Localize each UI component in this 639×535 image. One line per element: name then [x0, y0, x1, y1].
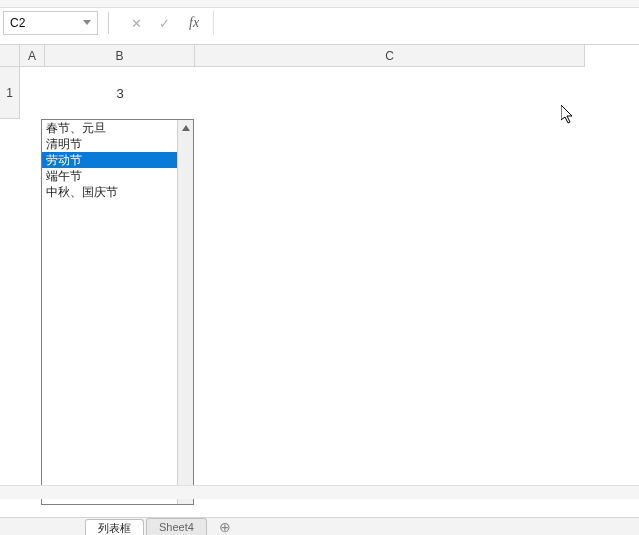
grid-area: ABC 1 3 春节、元旦清明节劳动节端午节中秋、国庆节 [0, 45, 639, 517]
row-header[interactable]: 1 [0, 67, 20, 119]
cancel-icon[interactable]: ✕ [127, 14, 145, 32]
sheet-tab[interactable]: 列表框 [85, 519, 144, 535]
formula-bar-buttons: ✕ ✓ fx [119, 14, 213, 32]
name-box[interactable]: C2 [3, 11, 98, 35]
sheet-tab[interactable]: Sheet4 [146, 518, 207, 535]
formula-input[interactable] [213, 11, 639, 35]
fx-icon[interactable]: fx [183, 15, 205, 31]
row-headers: 1 [0, 67, 20, 119]
formula-bar: C2 ✕ ✓ fx [0, 8, 639, 38]
column-header[interactable]: A [20, 45, 45, 67]
name-box-value: C2 [10, 16, 25, 30]
listbox-items[interactable]: 春节、元旦清明节劳动节端午节中秋、国庆节 [42, 120, 177, 504]
select-all-corner[interactable] [0, 45, 20, 67]
ribbon-stub [0, 0, 639, 8]
column-header[interactable]: B [45, 45, 195, 67]
divider [108, 12, 109, 34]
formula-bar-area: C2 ✕ ✓ fx [0, 0, 639, 45]
list-item[interactable]: 中秋、国庆节 [42, 184, 177, 200]
list-item[interactable]: 春节、元旦 [42, 120, 177, 136]
scroll-up-icon[interactable] [178, 120, 194, 136]
list-item[interactable]: 清明节 [42, 136, 177, 152]
cell-b1[interactable]: 3 [45, 67, 195, 119]
new-sheet-button[interactable]: ⊕ [215, 518, 235, 535]
cell-canvas[interactable]: 3 春节、元旦清明节劳动节端午节中秋、国庆节 [20, 67, 639, 517]
sheet-tabs: 列表框Sheet4 ⊕ [0, 517, 639, 535]
column-headers: ABC [20, 45, 585, 67]
confirm-icon[interactable]: ✓ [155, 14, 173, 32]
list-item[interactable]: 端午节 [42, 168, 177, 184]
column-header[interactable]: C [195, 45, 585, 67]
listbox-control[interactable]: 春节、元旦清明节劳动节端午节中秋、国庆节 [41, 119, 194, 505]
horizontal-scrollbar[interactable] [0, 485, 639, 499]
listbox-scrollbar[interactable] [177, 120, 193, 504]
list-item[interactable]: 劳动节 [42, 152, 177, 168]
chevron-down-icon[interactable] [83, 19, 91, 27]
